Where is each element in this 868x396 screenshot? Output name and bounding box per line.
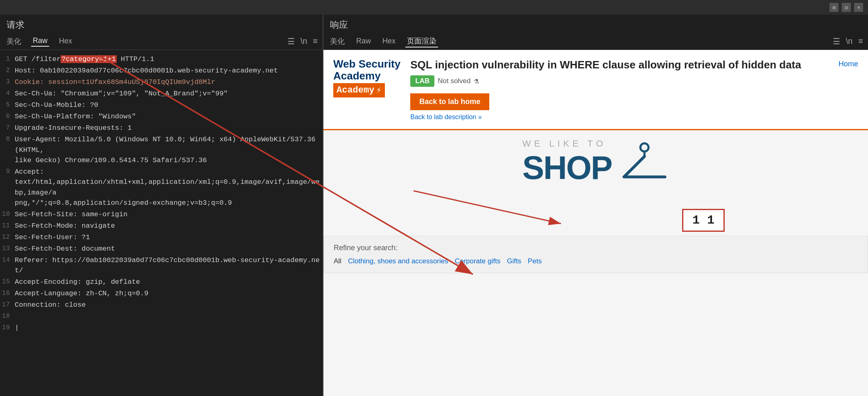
wrap-icon[interactable]: \n bbox=[301, 36, 307, 46]
right-panel: 响应 美化 Raw Hex 页面渲染 ☰ \n ≡ Web Security bbox=[323, 15, 868, 396]
refine-area: Refine your search: All Clothing, shoes … bbox=[323, 236, 868, 273]
line-content-4: Sec-Ch-Ua: "Chromium";v="109", "Not_A_Br… bbox=[15, 88, 323, 99]
line-num-15: 15 bbox=[0, 276, 15, 287]
tab-raw-response[interactable]: Raw bbox=[355, 36, 373, 46]
tab-beautify-request[interactable]: 美化 bbox=[5, 36, 23, 47]
wsa-logo-line2: Academy bbox=[333, 70, 381, 82]
line-content-6: Sec-Ch-Ua-Platform: "Windows" bbox=[15, 111, 323, 122]
wsa-logo-badge: Academy ⚡ bbox=[333, 83, 385, 97]
line-num-12: 12 bbox=[0, 231, 15, 242]
code-line-9: 9 Accept: text/html,application/xhtml+xm… bbox=[0, 166, 323, 208]
line-num-18: 18 bbox=[0, 310, 15, 321]
shop-logo-container: WE LIKE TO SHOP bbox=[522, 138, 669, 187]
request-toolbar-icons: ☰ \n ≡ bbox=[287, 36, 318, 46]
line-num-14: 14 bbox=[0, 254, 15, 265]
refine-links: All Clothing, shoes and accessories Corp… bbox=[334, 257, 858, 265]
line-num-11: 11 bbox=[0, 220, 15, 231]
tile-button[interactable]: ⊞ bbox=[830, 3, 839, 12]
line-content-10: Sec-Fetch-Site: same-origin bbox=[15, 208, 323, 220]
line-content-2: Host: 0ab10022039a0d77c06c7cbc00d0001b.w… bbox=[15, 65, 323, 76]
menu-icon[interactable]: ≡ bbox=[313, 36, 318, 46]
line-content-16: Accept-Language: zh-CN, zh;q=0.9 bbox=[15, 287, 323, 299]
code-line-7: 7 Upgrade-Insecure-Requests: 1 bbox=[0, 122, 323, 134]
wsa-lightning-icon: ⚡ bbox=[376, 85, 381, 96]
wsa-lab-badge: LAB Not solved ⚗ bbox=[410, 75, 829, 87]
response-panel-title: 响应 bbox=[323, 15, 868, 33]
code-line-12: 12 Sec-Fetch-User: ?1 bbox=[0, 231, 323, 243]
response-menu-icon[interactable]: ≡ bbox=[858, 36, 863, 46]
line-num-5: 5 bbox=[0, 99, 15, 110]
back-to-lab-description-link[interactable]: Back to lab description » bbox=[410, 113, 829, 121]
wsa-logo-line1: Web Security bbox=[333, 58, 400, 70]
line-content-3: Cookie: session=t1Ufax68Sm4uUSj870IqQIUm… bbox=[15, 76, 323, 88]
refine-title: Refine your search: bbox=[334, 244, 858, 252]
refine-link-corporate-gifts[interactable]: Corporate gifts bbox=[455, 257, 501, 265]
code-line-18: 18 bbox=[0, 310, 323, 322]
line-content-17: Connection: close bbox=[15, 299, 323, 310]
line-content-9: Accept: text/html,application/xhtml+xml,… bbox=[15, 166, 323, 208]
line-content-18 bbox=[15, 310, 323, 311]
tab-hex-request[interactable]: Hex bbox=[57, 36, 74, 46]
home-link[interactable]: Home bbox=[839, 58, 858, 68]
code-line-3: 3 Cookie: session=t1Ufax68Sm4uUSj870IqQI… bbox=[0, 76, 323, 88]
code-line-2: 2 Host: 0ab10022039a0d77c06c7cbc00d0001b… bbox=[0, 65, 323, 76]
code-line-6: 6 Sec-Ch-Ua-Platform: "Windows" bbox=[0, 111, 323, 122]
wsa-logo: Web Security Academy Academy ⚡ bbox=[333, 58, 400, 97]
response-toolbar-icons: ☰ \n ≡ bbox=[833, 36, 863, 46]
code-line-11: 11 Sec-Fetch-Mode: navigate bbox=[0, 220, 323, 231]
refine-link-gifts[interactable]: Gifts bbox=[507, 257, 521, 265]
tab-beautify-response[interactable]: 美化 bbox=[328, 36, 346, 47]
main-container: 请求 美化 Raw Hex ☰ \n ≡ 1 GET /filter?categ… bbox=[0, 15, 868, 396]
code-line-15: 15 Accept-Encoding: gzip, deflate bbox=[0, 276, 323, 287]
line-content-11: Sec-Fetch-Mode: navigate bbox=[15, 220, 323, 231]
line-content-5: Sec-Ch-Ua-Mobile: ?0 bbox=[15, 99, 323, 111]
request-code-content: 1 GET /filter?category=1+1 HTTP/1.1 2 Ho… bbox=[0, 50, 323, 396]
code-line-19: 19 | bbox=[0, 322, 323, 333]
wsa-logo-text: Web Security Academy bbox=[333, 58, 400, 81]
count-box: 1 1 bbox=[682, 209, 725, 232]
code-line-13: 13 Sec-Fetch-Dest: document bbox=[0, 243, 323, 254]
tab-hex-response[interactable]: Hex bbox=[381, 36, 397, 46]
line-num-8: 8 bbox=[0, 134, 15, 144]
count-annotation-area: 1 1 bbox=[323, 187, 868, 236]
code-line-5: 5 Sec-Ch-Ua-Mobile: ?0 bbox=[0, 99, 323, 111]
line-num-6: 6 bbox=[0, 111, 15, 121]
list-view-icon[interactable]: ☰ bbox=[287, 36, 295, 46]
refine-link-clothing[interactable]: Clothing, shoes and accessories bbox=[348, 257, 448, 265]
refine-link-pets[interactable]: Pets bbox=[528, 257, 542, 265]
line-num-16: 16 bbox=[0, 287, 15, 298]
shop-area: WE LIKE TO SHOP 1 1 bbox=[323, 130, 868, 396]
line-num-10: 10 bbox=[0, 208, 15, 219]
back-to-lab-home-button[interactable]: Back to lab home bbox=[410, 93, 489, 110]
code-line-10: 10 Sec-Fetch-Site: same-origin bbox=[0, 208, 323, 220]
refine-link-all[interactable]: All bbox=[334, 257, 341, 265]
red-arrow-svg bbox=[323, 187, 868, 236]
code-line-8: 8 User-Agent: Mozilla/5.0 (Windows NT 10… bbox=[0, 134, 323, 166]
line-content-13: Sec-Fetch-Dest: document bbox=[15, 243, 323, 254]
code-line-4: 4 Sec-Ch-Ua: "Chromium";v="109", "Not_A_… bbox=[0, 88, 323, 99]
line-num-7: 7 bbox=[0, 122, 15, 133]
shop-text: SHOP bbox=[522, 149, 612, 187]
svg-point-0 bbox=[640, 143, 649, 152]
wsa-title-section: SQL injection vulnerability in WHERE cla… bbox=[410, 58, 829, 121]
response-wrap-icon[interactable]: \n bbox=[846, 36, 853, 46]
code-line-16: 16 Accept-Language: zh-CN, zh;q=0.9 bbox=[0, 287, 323, 299]
line-num-13: 13 bbox=[0, 243, 15, 253]
line-num-1: 1 bbox=[0, 53, 15, 64]
line-num-17: 17 bbox=[0, 299, 15, 310]
line-content-14: Referer: https://0ab10022039a0d77c06c7cb… bbox=[15, 254, 323, 276]
line-num-19: 19 bbox=[0, 322, 15, 333]
code-line-14: 14 Referer: https://0ab10022039a0d77c06c… bbox=[0, 254, 323, 276]
request-tab-bar: 美化 Raw Hex ☰ \n ≡ bbox=[0, 33, 323, 50]
response-web-area: Web Security Academy Academy ⚡ SQL injec… bbox=[323, 50, 868, 396]
flask-icon: ⚗ bbox=[474, 76, 479, 86]
restore-button[interactable]: ⊟ bbox=[842, 3, 851, 12]
line-num-3: 3 bbox=[0, 76, 15, 87]
response-tab-bar: 美化 Raw Hex 页面渲染 ☰ \n ≡ bbox=[323, 33, 868, 50]
response-list-icon[interactable]: ☰ bbox=[833, 36, 840, 46]
tab-render-response[interactable]: 页面渲染 bbox=[405, 35, 438, 48]
tab-raw-request[interactable]: Raw bbox=[31, 36, 49, 47]
close-button[interactable]: ✕ bbox=[854, 3, 863, 12]
code-line-17: 17 Connection: close bbox=[0, 299, 323, 310]
line-num-2: 2 bbox=[0, 65, 15, 75]
